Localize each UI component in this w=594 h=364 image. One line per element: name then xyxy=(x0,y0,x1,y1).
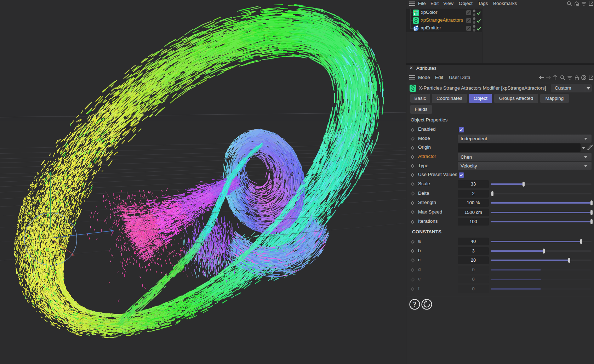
svg-text:?: ? xyxy=(413,301,417,308)
